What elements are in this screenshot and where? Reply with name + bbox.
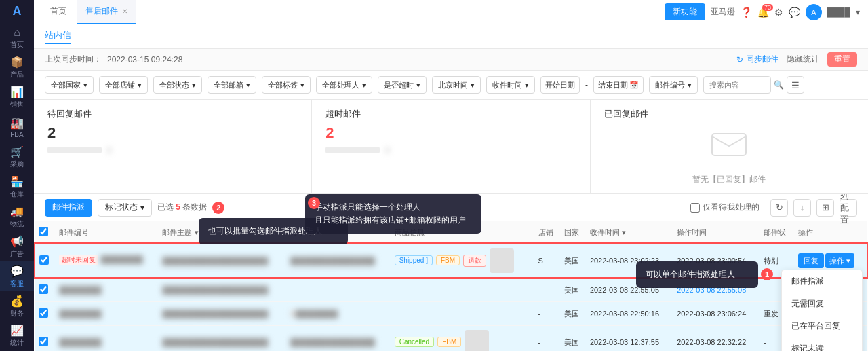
filter-overdue[interactable]: 是否超时▾ — [378, 76, 427, 94]
row3-country: 美国 — [560, 302, 586, 326]
pending-reply-title: 待回复邮件 — [47, 108, 298, 120]
row1-overdue-tag: 超时未回复 — [59, 255, 98, 265]
overdue-row: 2 — [326, 146, 576, 154]
row1-dropdown-button[interactable]: 操作 ▾ — [825, 253, 854, 268]
replied-title: 已回复邮件 — [604, 108, 854, 120]
sidebar-item-sales[interactable]: 📊 销售 — [0, 83, 34, 113]
only-mine-checkbox[interactable]: 仅看待我处理的 — [690, 202, 760, 213]
sidebar-item-warehouse[interactable]: 🏪 仓库 — [0, 172, 34, 202]
close-icon[interactable]: ✕ — [122, 7, 127, 15]
grid-view-icon[interactable]: ☰ — [787, 76, 804, 94]
subnav-item-inmail[interactable]: 站内信 — [45, 29, 71, 44]
filter-store[interactable]: 全部店铺▾ — [99, 76, 148, 94]
dropdown-mark-unread[interactable]: 标记未读 — [782, 337, 862, 351]
row1-mail-no: 超时未回复 ████████ — [55, 244, 158, 278]
new-feature-button[interactable]: 新功能 — [665, 3, 705, 20]
chevron-down-icon[interactable]: ▾ — [856, 7, 860, 17]
filter-country[interactable]: 全部国家▾ — [45, 76, 94, 94]
table-area: 邮件指派 标记状态 ▾ 已选 5 条数据 2 也可以批量勾选邮件指派处理人 仅看… — [34, 194, 868, 351]
search-icon[interactable]: 🔍 — [774, 80, 784, 90]
dropdown-platform-replied[interactable]: 已在平台回复 — [782, 315, 862, 337]
dropdown-dispatch[interactable]: 邮件指派 — [782, 270, 862, 293]
select-all-checkbox[interactable] — [39, 227, 48, 236]
row4-tags: Cancelled FBM — [391, 326, 534, 352]
sidebar-item-stats[interactable]: 📈 统计 — [0, 321, 34, 351]
overdue-blurred-count: 2 — [385, 146, 389, 154]
chevron-icon: ▾ — [246, 81, 250, 90]
notification-icon[interactable]: 🔔 73 — [757, 7, 769, 18]
overdue-title: 超时邮件 — [326, 108, 576, 120]
table-row: ████████ ████████████████████ ██████████… — [35, 326, 867, 352]
sidebar-item-logistics[interactable]: 🚚 物流 — [0, 202, 34, 232]
filter-mailbox[interactable]: 全部邮箱▾ — [208, 76, 256, 94]
tab-home[interactable]: 首页 — [42, 0, 75, 24]
row3-checkbox[interactable] — [39, 308, 48, 318]
row4-store: - — [534, 326, 560, 352]
help-icon[interactable]: ❓ — [741, 7, 752, 18]
sync-button[interactable]: ↻ 同步邮件 — [736, 54, 778, 65]
only-mine-check[interactable] — [690, 203, 700, 213]
date-start-input[interactable]: 开始日期 — [540, 76, 580, 94]
row2-subject: ████████████████████ — [158, 278, 286, 302]
label-status-button[interactable]: 标记状态 ▾ — [98, 199, 152, 217]
row4-subject: ████████████████████ — [158, 326, 286, 352]
dropdown-no-reply[interactable]: 无需回复 — [782, 293, 862, 315]
row3-order-no: U████████ — [286, 302, 391, 326]
chat-icon[interactable]: 💬 — [789, 7, 800, 18]
row1-product-img — [490, 248, 514, 273]
chevron-icon: ▾ — [138, 81, 142, 90]
date-separator: - — [585, 80, 588, 90]
filter-label[interactable]: 全部标签▾ — [262, 76, 311, 94]
row4-country: 美国 — [560, 326, 586, 352]
row1-dropdown-menu: 邮件指派 无需回复 已在平台回复 标记未读 标记已读 — [781, 270, 863, 351]
row2-checkbox[interactable] — [39, 284, 48, 294]
sidebar-item-finance[interactable]: 💰 财务 — [0, 291, 34, 321]
sync-bar: 上次同步时间： 2022-03-15 09:24:28 ↻ 同步邮件 隐藏统计 … — [34, 49, 868, 71]
sidebar-item-ads[interactable]: 📢 广告 — [0, 232, 34, 261]
refresh-icon[interactable]: ↻ — [770, 199, 788, 217]
filter-mail-no[interactable]: 邮件编号▾ — [649, 76, 698, 94]
col-order-no: 订单号 — [286, 221, 391, 244]
tooltip1-number: 1 — [761, 268, 773, 280]
col-store: 店铺 — [534, 221, 560, 244]
hide-stats-button[interactable]: 隐藏统计 — [787, 54, 819, 65]
cancelled-tag: Cancelled — [395, 337, 434, 347]
grid-icon[interactable]: ⊞ — [816, 199, 834, 217]
main-content: 首页 售后邮件 ✕ 新功能 亚马逊 ❓ 🔔 73 ⚙ 💬 A ████ ▾ — [34, 0, 868, 351]
column-settings-icon[interactable]: 列配置 — [840, 199, 857, 217]
download-icon[interactable]: ↓ — [793, 199, 811, 217]
pending-reply-blurred-count: 2 — [107, 146, 111, 154]
tooltip2-number: 2 — [212, 202, 224, 214]
sidebar-item-service[interactable]: 💬 客服 — [0, 261, 34, 291]
filter-time-type[interactable]: 收件时间▾ — [486, 76, 535, 94]
filter-handler[interactable]: 全部处理人▾ — [316, 76, 372, 94]
sidebar-item-products[interactable]: 📦 产品 — [0, 53, 34, 83]
avatar[interactable]: A — [806, 4, 822, 20]
row1-checkbox[interactable] — [39, 255, 49, 265]
empty-replied-icon — [604, 127, 854, 167]
reset-button[interactable]: 重置 — [827, 52, 857, 67]
row3-recv-time: 2022-03-08 22:50:16 — [586, 302, 673, 326]
sidebar-label-stats: 统计 — [10, 338, 24, 348]
tab-after-sale[interactable]: 售后邮件 ✕ — [77, 0, 136, 24]
sidebar-item-purchase[interactable]: 🛒 采购 — [0, 142, 34, 172]
dispatch-button[interactable]: 邮件指派 — [45, 199, 92, 217]
sidebar-label-ads: 广告 — [10, 249, 24, 259]
sidebar-item-home[interactable]: ⌂ 首页 — [0, 23, 34, 53]
row1-reply-button[interactable]: 回复 — [798, 253, 824, 268]
home-icon: ⌂ — [14, 26, 20, 39]
sidebar-label-sales: 销售 — [10, 100, 24, 109]
settings-icon[interactable]: ⚙ — [774, 7, 783, 18]
logo-text: A — [13, 4, 22, 18]
search-input[interactable] — [703, 76, 771, 94]
sales-icon: 📊 — [10, 86, 24, 98]
last-sync-time: 2022-03-15 09:24:28 — [107, 55, 182, 64]
finance-icon: 💰 — [10, 295, 24, 308]
sidebar: A ⌂ 首页 📦 产品 📊 销售 🏭 FBA 🛒 采购 🏪 仓库 🚚 物流 📢 … — [0, 0, 34, 351]
chevron-icon: ▾ — [688, 81, 692, 90]
date-end-input[interactable]: 结束日期 📅 — [593, 76, 644, 94]
row4-checkbox[interactable] — [39, 337, 48, 346]
filter-timezone[interactable]: 北京时间▾ — [432, 76, 481, 94]
sidebar-item-fba[interactable]: 🏭 FBA — [0, 113, 34, 143]
filter-status[interactable]: 全部状态▾ — [153, 76, 202, 94]
